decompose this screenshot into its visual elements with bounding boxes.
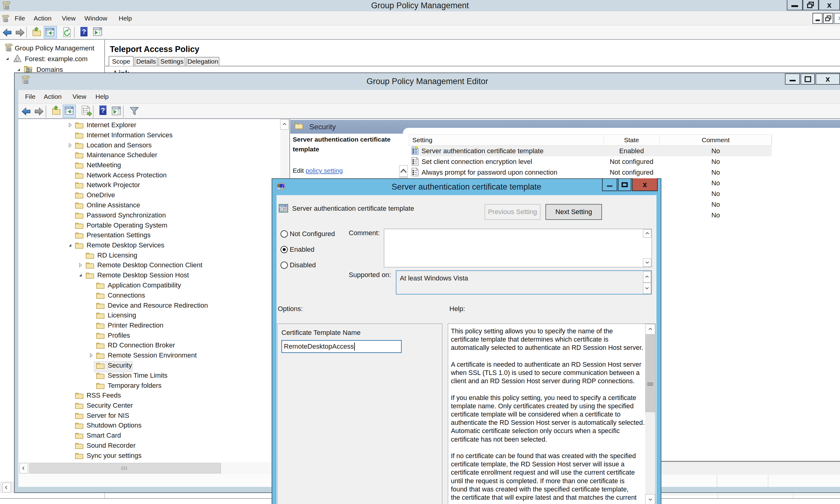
svg-text:?: ? — [82, 28, 86, 35]
svg-text:?: ? — [101, 106, 105, 114]
